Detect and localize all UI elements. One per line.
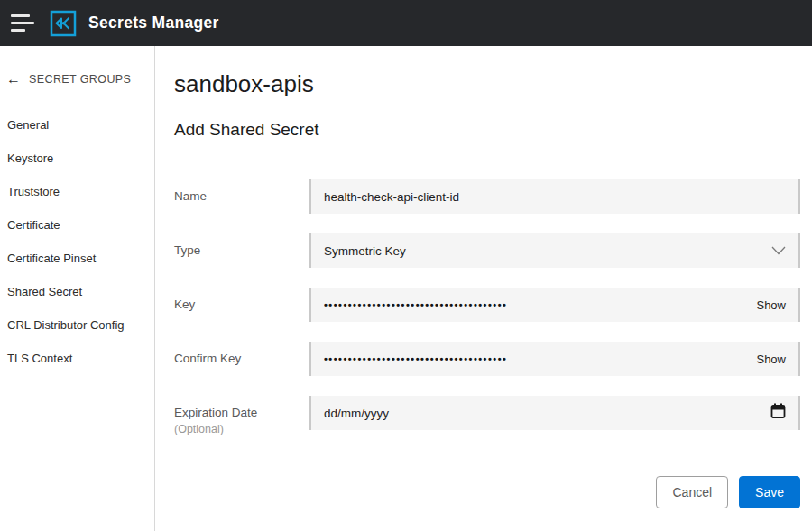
form-actions: Cancel Save bbox=[174, 476, 800, 508]
calendar-icon[interactable] bbox=[770, 403, 786, 423]
cancel-button[interactable]: Cancel bbox=[656, 476, 728, 508]
app-title: Secrets Manager bbox=[88, 14, 219, 32]
add-shared-secret-form: Name Type Symmetric Key Key bbox=[174, 179, 800, 508]
expiration-date-row: Expiration Date (Optional) dd/mm/yyyy bbox=[174, 396, 800, 437]
type-selected-value: Symmetric Key bbox=[324, 244, 771, 258]
page-layout: ← SECRET GROUPS General Keystore Trustst… bbox=[0, 46, 812, 531]
sidebar-nav: General Keystore Truststore Certificate … bbox=[0, 111, 154, 372]
sidebar-item-crl-distributor-config[interactable]: CRL Distributor Config bbox=[0, 311, 154, 339]
sidebar-item-general[interactable]: General bbox=[0, 111, 154, 139]
save-button[interactable]: Save bbox=[739, 476, 800, 508]
top-bar: Secrets Manager bbox=[0, 0, 812, 46]
main-content: sandbox-apis Add Shared Secret Name Type… bbox=[155, 46, 812, 531]
name-input[interactable] bbox=[324, 190, 786, 204]
type-label: Type bbox=[174, 233, 309, 268]
sidebar: ← SECRET GROUPS General Keystore Trustst… bbox=[0, 46, 155, 531]
type-row: Type Symmetric Key bbox=[174, 233, 800, 268]
name-label: Name bbox=[174, 179, 309, 214]
confirm-key-show-button[interactable]: Show bbox=[756, 352, 786, 366]
secrets-manager-logo-icon bbox=[49, 9, 78, 38]
name-row: Name bbox=[174, 179, 800, 214]
sidebar-item-tls-context[interactable]: TLS Context bbox=[0, 344, 154, 372]
key-masked-input[interactable]: •••••••••••••••••••••••••••••••••••••• bbox=[324, 299, 756, 310]
expiration-date-optional-text: (Optional) bbox=[174, 423, 224, 435]
sidebar-item-certificate-pinset[interactable]: Certificate Pinset bbox=[0, 244, 154, 272]
key-row: Key ••••••••••••••••••••••••••••••••••••… bbox=[174, 288, 800, 322]
hamburger-menu-icon[interactable] bbox=[7, 8, 38, 39]
key-field-wrapper: •••••••••••••••••••••••••••••••••••••• S… bbox=[309, 288, 800, 322]
name-field-wrapper bbox=[309, 179, 800, 214]
sidebar-item-certificate[interactable]: Certificate bbox=[0, 211, 154, 239]
sidebar-back-link[interactable]: ← SECRET GROUPS bbox=[0, 72, 154, 87]
confirm-key-label: Confirm Key bbox=[174, 342, 309, 376]
key-show-button[interactable]: Show bbox=[756, 298, 786, 312]
sidebar-item-truststore[interactable]: Truststore bbox=[0, 178, 154, 206]
key-label: Key bbox=[174, 288, 309, 322]
confirm-key-masked-input[interactable]: •••••••••••••••••••••••••••••••••••••• bbox=[324, 353, 756, 364]
expiration-date-label-text: Expiration Date bbox=[174, 406, 257, 419]
sidebar-back-label: SECRET GROUPS bbox=[29, 73, 131, 86]
expiration-date-input[interactable]: dd/mm/yyyy bbox=[309, 396, 800, 430]
expiration-date-label: Expiration Date (Optional) bbox=[174, 396, 309, 437]
expiration-date-placeholder: dd/mm/yyyy bbox=[324, 407, 770, 420]
sidebar-item-keystore[interactable]: Keystore bbox=[0, 144, 154, 172]
section-title: Add Shared Secret bbox=[174, 120, 800, 140]
type-select[interactable]: Symmetric Key bbox=[309, 233, 800, 268]
page-title: sandbox-apis bbox=[174, 70, 800, 98]
chevron-down-icon[interactable] bbox=[771, 243, 786, 259]
confirm-key-field-wrapper: •••••••••••••••••••••••••••••••••••••• S… bbox=[309, 342, 800, 376]
confirm-key-row: Confirm Key ••••••••••••••••••••••••••••… bbox=[174, 342, 800, 376]
sidebar-item-shared-secret[interactable]: Shared Secret bbox=[0, 278, 154, 306]
back-arrow-icon: ← bbox=[6, 72, 21, 87]
